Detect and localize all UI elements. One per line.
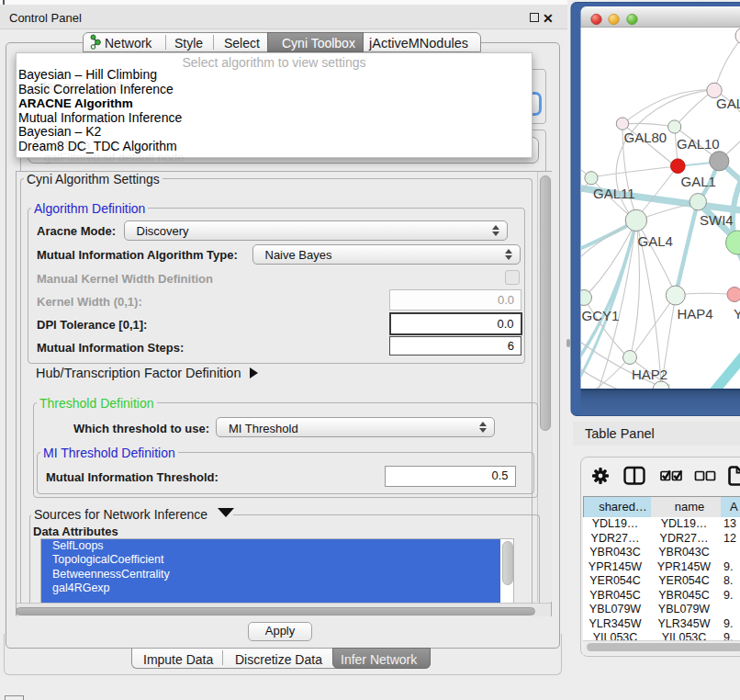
svg-text:GAL4: GAL4 [638,233,673,249]
svg-text:GCY1: GCY1 [582,308,620,323]
svg-text:GAL1: GAL1 [681,174,716,189]
svg-text:Y: Y [734,306,740,322]
svg-text:HAP4: HAP4 [678,306,713,322]
svg-text:GAL7: GAL7 [716,96,740,111]
svg-text:SWI4: SWI4 [700,212,734,228]
svg-text:HAP2: HAP2 [632,367,667,382]
svg-text:GAL10: GAL10 [677,136,720,152]
svg-text:GAL11: GAL11 [593,186,635,201]
svg-text:GAL80: GAL80 [624,130,667,145]
